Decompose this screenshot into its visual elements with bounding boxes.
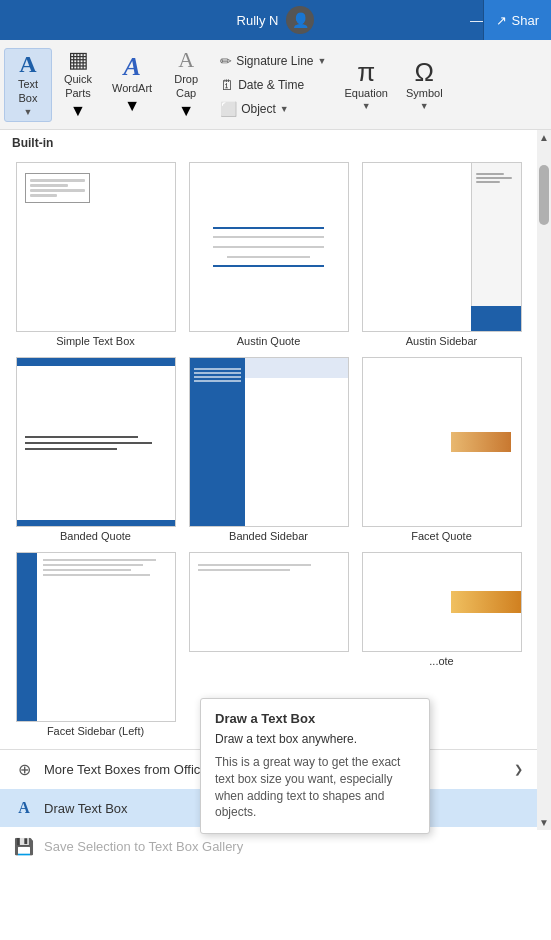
banded-sidebar-label: Banded Sidebar [229, 530, 308, 542]
vertical-scrollbar[interactable]: ▲ ▼ [537, 130, 551, 830]
tooltip-subtitle: Draw a text box anywhere. [215, 732, 415, 746]
gallery-grid: Simple Text Box Austin Quote [0, 154, 537, 745]
quickparts-label: QuickParts [64, 73, 92, 99]
austin-sidebar-thumb [362, 162, 522, 332]
partial-2-thumb [189, 552, 349, 652]
textbox-icon: A [19, 52, 36, 76]
scroll-up-button[interactable]: ▲ [537, 130, 551, 145]
facet-sidebar-left-label: Facet Sidebar (Left) [47, 725, 144, 737]
equation-icon: π [357, 59, 375, 85]
draw-textbox-icon: A [14, 799, 34, 817]
object-button[interactable]: ⬜ Object ▼ [216, 99, 330, 119]
scroll-thumb[interactable] [539, 165, 549, 225]
textbox-arrow: ▼ [24, 107, 33, 117]
quickparts-arrow: ▼ [70, 102, 86, 120]
symbol-icon: Ω [415, 59, 434, 85]
gallery-item-banded-quote[interactable]: Banded Quote [12, 355, 179, 544]
wordart-icon: A [123, 54, 140, 80]
banded-sidebar-thumb [189, 357, 349, 527]
facet-quote-label: Facet Quote [411, 530, 472, 542]
symbol-arrow: ▼ [420, 101, 429, 111]
scroll-down-button[interactable]: ▼ [537, 815, 551, 830]
banded-quote-label: Banded Quote [60, 530, 131, 542]
ribbon: A TextBox ▼ ▦ QuickParts ▼ A WordArt ▼ A… [0, 40, 551, 130]
signature-line-icon: ✏ [220, 53, 232, 69]
share-button[interactable]: ↗ Shar [483, 0, 551, 40]
tooltip-popup: Draw a Text Box Draw a text box anywhere… [200, 698, 430, 834]
insert-group-right: ✏ Signature Line ▼ 🗓 Date & Time ⬜ Objec… [212, 48, 334, 122]
wordart-ribbon-button[interactable]: A WordArt ▼ [104, 48, 160, 122]
gallery-item-banded-sidebar[interactable]: Banded Sidebar [185, 355, 352, 544]
simple-textbox-label: Simple Text Box [56, 335, 135, 347]
quickparts-icon: ▦ [68, 49, 89, 71]
banded-quote-thumb [16, 357, 176, 527]
textbox-ribbon-button[interactable]: A TextBox ▼ [4, 48, 52, 122]
save-selection-icon: 💾 [14, 837, 34, 856]
title-bar-user: Rully N 👤 [237, 6, 315, 34]
equation-arrow: ▼ [362, 101, 371, 111]
wordart-label: WordArt [112, 82, 152, 95]
facet-quote-thumb [362, 357, 522, 527]
more-textboxes-icon: ⊕ [14, 760, 34, 779]
gallery-item-simple-textbox[interactable]: Simple Text Box [12, 160, 179, 349]
gallery-item-facet-quote[interactable]: Facet Quote [358, 355, 525, 544]
equation-label: Equation [344, 87, 387, 99]
signature-line-button[interactable]: ✏ Signature Line ▼ [216, 51, 330, 71]
equation-ribbon-button[interactable]: π Equation ▼ [336, 48, 395, 122]
object-arrow: ▼ [280, 104, 289, 114]
minimize-button[interactable]: — [470, 13, 483, 28]
partial-3-thumb [362, 552, 522, 652]
dropcap-ribbon-button[interactable]: A DropCap ▼ [162, 48, 210, 122]
tooltip-description: This is a great way to get the exact tex… [215, 754, 415, 821]
facet-sidebar-left-thumb [16, 552, 176, 722]
signature-line-arrow: ▼ [318, 56, 327, 66]
user-name: Rully N [237, 13, 279, 28]
gallery-item-facet-sidebar-left[interactable]: Facet Sidebar (Left) [12, 550, 179, 739]
symbol-ribbon-button[interactable]: Ω Symbol ▼ [398, 48, 451, 122]
gallery-item-austin-sidebar[interactable]: Austin Sidebar [358, 160, 525, 349]
date-time-label: Date & Time [238, 78, 304, 92]
section-label: Built-in [0, 130, 537, 154]
quickparts-ribbon-button[interactable]: ▦ QuickParts ▼ [54, 48, 102, 122]
austin-quote-thumb [189, 162, 349, 332]
date-time-button[interactable]: 🗓 Date & Time [216, 75, 330, 95]
draw-textbox-label: Draw Text Box [44, 801, 128, 816]
tooltip-title: Draw a Text Box [215, 711, 415, 726]
austin-quote-label: Austin Quote [237, 335, 301, 347]
wordart-arrow: ▼ [124, 97, 140, 115]
partial-3-label: ...ote [429, 655, 453, 667]
dropcap-arrow: ▼ [178, 102, 194, 120]
object-icon: ⬜ [220, 101, 237, 117]
dropcap-icon: A [178, 49, 194, 71]
simple-textbox-thumb [16, 162, 176, 332]
more-textboxes-arrow: ❯ [514, 763, 523, 776]
save-selection-label: Save Selection to Text Box Gallery [44, 839, 243, 854]
dropcap-label: DropCap [174, 73, 198, 99]
signature-line-label: Signature Line [236, 54, 313, 68]
object-label: Object [241, 102, 276, 116]
austin-sidebar-label: Austin Sidebar [406, 335, 478, 347]
date-time-icon: 🗓 [220, 77, 234, 93]
gallery-item-austin-quote[interactable]: Austin Quote [185, 160, 352, 349]
title-bar: Rully N 👤 — ❐ ↗ Shar [0, 0, 551, 40]
avatar: 👤 [286, 6, 314, 34]
symbol-label: Symbol [406, 87, 443, 99]
textbox-label: TextBox [18, 78, 38, 104]
